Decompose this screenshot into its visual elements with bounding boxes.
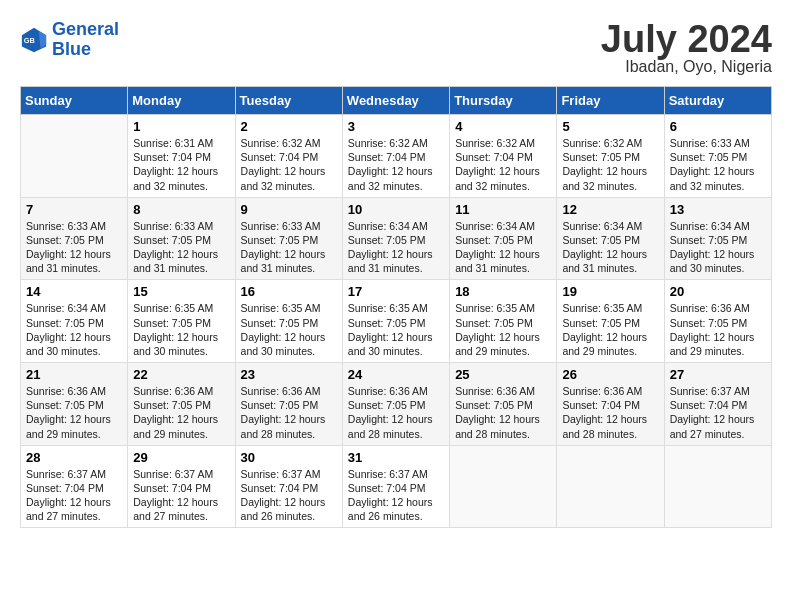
calendar-cell: 27Sunrise: 6:37 AM Sunset: 7:04 PM Dayli…	[664, 363, 771, 446]
day-number: 15	[133, 284, 229, 299]
day-number: 26	[562, 367, 658, 382]
cell-content: Sunrise: 6:32 AM Sunset: 7:04 PM Dayligh…	[348, 136, 444, 193]
cell-content: Sunrise: 6:36 AM Sunset: 7:05 PM Dayligh…	[670, 301, 766, 358]
day-number: 29	[133, 450, 229, 465]
calendar-cell: 20Sunrise: 6:36 AM Sunset: 7:05 PM Dayli…	[664, 280, 771, 363]
day-number: 9	[241, 202, 337, 217]
day-number: 17	[348, 284, 444, 299]
weekday-header-sunday: Sunday	[21, 87, 128, 115]
calendar-cell	[557, 445, 664, 528]
cell-content: Sunrise: 6:31 AM Sunset: 7:04 PM Dayligh…	[133, 136, 229, 193]
cell-content: Sunrise: 6:34 AM Sunset: 7:05 PM Dayligh…	[455, 219, 551, 276]
calendar-cell: 24Sunrise: 6:36 AM Sunset: 7:05 PM Dayli…	[342, 363, 449, 446]
day-number: 5	[562, 119, 658, 134]
day-number: 4	[455, 119, 551, 134]
day-number: 20	[670, 284, 766, 299]
calendar-cell: 26Sunrise: 6:36 AM Sunset: 7:04 PM Dayli…	[557, 363, 664, 446]
calendar-cell: 30Sunrise: 6:37 AM Sunset: 7:04 PM Dayli…	[235, 445, 342, 528]
cell-content: Sunrise: 6:35 AM Sunset: 7:05 PM Dayligh…	[133, 301, 229, 358]
weekday-header-tuesday: Tuesday	[235, 87, 342, 115]
calendar-cell: 15Sunrise: 6:35 AM Sunset: 7:05 PM Dayli…	[128, 280, 235, 363]
calendar-cell: 1Sunrise: 6:31 AM Sunset: 7:04 PM Daylig…	[128, 115, 235, 198]
cell-content: Sunrise: 6:36 AM Sunset: 7:05 PM Dayligh…	[133, 384, 229, 441]
calendar-cell: 6Sunrise: 6:33 AM Sunset: 7:05 PM Daylig…	[664, 115, 771, 198]
cell-content: Sunrise: 6:32 AM Sunset: 7:04 PM Dayligh…	[455, 136, 551, 193]
day-number: 10	[348, 202, 444, 217]
day-number: 30	[241, 450, 337, 465]
calendar-cell: 28Sunrise: 6:37 AM Sunset: 7:04 PM Dayli…	[21, 445, 128, 528]
calendar-cell	[450, 445, 557, 528]
day-number: 12	[562, 202, 658, 217]
svg-text:GB: GB	[24, 36, 36, 45]
day-number: 11	[455, 202, 551, 217]
cell-content: Sunrise: 6:34 AM Sunset: 7:05 PM Dayligh…	[562, 219, 658, 276]
day-number: 28	[26, 450, 122, 465]
cell-content: Sunrise: 6:35 AM Sunset: 7:05 PM Dayligh…	[455, 301, 551, 358]
calendar-cell: 18Sunrise: 6:35 AM Sunset: 7:05 PM Dayli…	[450, 280, 557, 363]
day-number: 25	[455, 367, 551, 382]
calendar-cell: 10Sunrise: 6:34 AM Sunset: 7:05 PM Dayli…	[342, 197, 449, 280]
calendar-cell: 5Sunrise: 6:32 AM Sunset: 7:05 PM Daylig…	[557, 115, 664, 198]
cell-content: Sunrise: 6:36 AM Sunset: 7:05 PM Dayligh…	[348, 384, 444, 441]
calendar-cell: 21Sunrise: 6:36 AM Sunset: 7:05 PM Dayli…	[21, 363, 128, 446]
calendar-week-row: 7Sunrise: 6:33 AM Sunset: 7:05 PM Daylig…	[21, 197, 772, 280]
cell-content: Sunrise: 6:32 AM Sunset: 7:04 PM Dayligh…	[241, 136, 337, 193]
calendar-cell: 19Sunrise: 6:35 AM Sunset: 7:05 PM Dayli…	[557, 280, 664, 363]
day-number: 1	[133, 119, 229, 134]
calendar-cell: 31Sunrise: 6:37 AM Sunset: 7:04 PM Dayli…	[342, 445, 449, 528]
weekday-header-monday: Monday	[128, 87, 235, 115]
calendar-cell: 8Sunrise: 6:33 AM Sunset: 7:05 PM Daylig…	[128, 197, 235, 280]
day-number: 6	[670, 119, 766, 134]
cell-content: Sunrise: 6:37 AM Sunset: 7:04 PM Dayligh…	[241, 467, 337, 524]
calendar-cell: 3Sunrise: 6:32 AM Sunset: 7:04 PM Daylig…	[342, 115, 449, 198]
calendar-cell: 14Sunrise: 6:34 AM Sunset: 7:05 PM Dayli…	[21, 280, 128, 363]
cell-content: Sunrise: 6:37 AM Sunset: 7:04 PM Dayligh…	[133, 467, 229, 524]
day-number: 18	[455, 284, 551, 299]
day-number: 31	[348, 450, 444, 465]
cell-content: Sunrise: 6:37 AM Sunset: 7:04 PM Dayligh…	[348, 467, 444, 524]
day-number: 14	[26, 284, 122, 299]
cell-content: Sunrise: 6:34 AM Sunset: 7:05 PM Dayligh…	[670, 219, 766, 276]
weekday-header-row: SundayMondayTuesdayWednesdayThursdayFrid…	[21, 87, 772, 115]
calendar-cell: 12Sunrise: 6:34 AM Sunset: 7:05 PM Dayli…	[557, 197, 664, 280]
calendar-cell: 23Sunrise: 6:36 AM Sunset: 7:05 PM Dayli…	[235, 363, 342, 446]
calendar-cell: 25Sunrise: 6:36 AM Sunset: 7:05 PM Dayli…	[450, 363, 557, 446]
cell-content: Sunrise: 6:36 AM Sunset: 7:05 PM Dayligh…	[241, 384, 337, 441]
day-number: 16	[241, 284, 337, 299]
calendar-week-row: 14Sunrise: 6:34 AM Sunset: 7:05 PM Dayli…	[21, 280, 772, 363]
day-number: 21	[26, 367, 122, 382]
month-title: July 2024	[601, 20, 772, 58]
calendar-table: SundayMondayTuesdayWednesdayThursdayFrid…	[20, 86, 772, 528]
calendar-cell: 22Sunrise: 6:36 AM Sunset: 7:05 PM Dayli…	[128, 363, 235, 446]
calendar-cell: 17Sunrise: 6:35 AM Sunset: 7:05 PM Dayli…	[342, 280, 449, 363]
logo-icon: GB	[20, 26, 48, 54]
day-number: 24	[348, 367, 444, 382]
cell-content: Sunrise: 6:37 AM Sunset: 7:04 PM Dayligh…	[670, 384, 766, 441]
weekday-header-thursday: Thursday	[450, 87, 557, 115]
cell-content: Sunrise: 6:35 AM Sunset: 7:05 PM Dayligh…	[241, 301, 337, 358]
cell-content: Sunrise: 6:35 AM Sunset: 7:05 PM Dayligh…	[562, 301, 658, 358]
logo: GB General Blue	[20, 20, 119, 60]
cell-content: Sunrise: 6:36 AM Sunset: 7:05 PM Dayligh…	[455, 384, 551, 441]
day-number: 13	[670, 202, 766, 217]
day-number: 27	[670, 367, 766, 382]
location: Ibadan, Oyo, Nigeria	[601, 58, 772, 76]
title-block: July 2024 Ibadan, Oyo, Nigeria	[601, 20, 772, 76]
cell-content: Sunrise: 6:33 AM Sunset: 7:05 PM Dayligh…	[133, 219, 229, 276]
cell-content: Sunrise: 6:34 AM Sunset: 7:05 PM Dayligh…	[348, 219, 444, 276]
cell-content: Sunrise: 6:35 AM Sunset: 7:05 PM Dayligh…	[348, 301, 444, 358]
calendar-cell: 13Sunrise: 6:34 AM Sunset: 7:05 PM Dayli…	[664, 197, 771, 280]
calendar-cell: 11Sunrise: 6:34 AM Sunset: 7:05 PM Dayli…	[450, 197, 557, 280]
calendar-cell	[21, 115, 128, 198]
day-number: 22	[133, 367, 229, 382]
day-number: 3	[348, 119, 444, 134]
page-header: GB General Blue July 2024 Ibadan, Oyo, N…	[20, 20, 772, 76]
cell-content: Sunrise: 6:33 AM Sunset: 7:05 PM Dayligh…	[26, 219, 122, 276]
day-number: 8	[133, 202, 229, 217]
day-number: 7	[26, 202, 122, 217]
calendar-cell: 7Sunrise: 6:33 AM Sunset: 7:05 PM Daylig…	[21, 197, 128, 280]
day-number: 23	[241, 367, 337, 382]
weekday-header-friday: Friday	[557, 87, 664, 115]
cell-content: Sunrise: 6:36 AM Sunset: 7:04 PM Dayligh…	[562, 384, 658, 441]
calendar-cell: 16Sunrise: 6:35 AM Sunset: 7:05 PM Dayli…	[235, 280, 342, 363]
